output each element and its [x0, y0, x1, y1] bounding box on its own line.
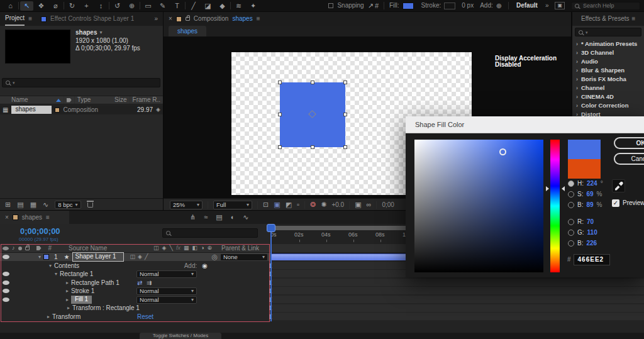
selection-handle[interactable]	[311, 145, 314, 149]
b-value[interactable]: 89	[586, 202, 593, 208]
effects-category[interactable]: ›Channel	[572, 84, 644, 92]
selection-handle[interactable]	[278, 81, 282, 84]
dolly-camera-tool-icon[interactable]: ↕	[94, 1, 108, 11]
region-of-interest-icon[interactable]: ◩	[286, 201, 292, 208]
search-options-icon[interactable]	[13, 81, 15, 85]
timeline-search-box[interactable]	[162, 228, 258, 238]
effects-category[interactable]: ›Boris FX Mocha	[572, 75, 644, 84]
type-tool-icon[interactable]: T	[170, 1, 184, 11]
hex-input[interactable]: 466EE2	[574, 254, 610, 265]
cancel-button[interactable]: Cancel	[614, 153, 644, 165]
label-color-swatch[interactable]	[55, 108, 60, 113]
rotate-tool-icon[interactable]: ↺	[111, 1, 124, 11]
fill-color-swatch[interactable]	[402, 3, 414, 9]
selection-handle[interactable]	[343, 145, 347, 149]
label-column-icon[interactable]	[67, 98, 72, 103]
rectangle-tool-icon[interactable]: ▭	[142, 1, 155, 11]
puppet-pin-tool-icon[interactable]: ✦	[247, 1, 260, 11]
playhead[interactable]	[267, 224, 275, 232]
anchor-point[interactable]	[308, 110, 316, 118]
tab-effect-controls[interactable]: Effect Controls Shape Layer 1	[50, 16, 134, 22]
column-frame-rate[interactable]: Frame R..	[133, 97, 160, 103]
ok-button[interactable]: OK	[614, 137, 644, 149]
project-row-shapes[interactable]: ▦ shapes Composition 29.97 ◈	[0, 105, 163, 114]
interpret-footage-icon[interactable]: ⊞	[5, 201, 11, 208]
close-timeline-icon[interactable]: ×	[5, 214, 9, 221]
s-value[interactable]: 69	[586, 191, 593, 197]
s-radio[interactable]	[568, 191, 574, 197]
comp-info-collapse-icon[interactable]	[99, 30, 102, 35]
pan-behind-tool-icon[interactable]: ⊕	[125, 1, 138, 11]
orbit-camera-tool-icon[interactable]: ↻	[65, 1, 79, 11]
exposure-value[interactable]: +0.0	[331, 202, 344, 208]
g-value[interactable]: 110	[587, 230, 597, 236]
new-folder-icon[interactable]: ▤	[17, 201, 23, 208]
grid-guides-icon[interactable]: ⊡	[263, 201, 269, 208]
hue-marker-left-icon[interactable]	[546, 186, 549, 191]
help-search-input[interactable]	[582, 2, 636, 9]
show-snapshot-icon[interactable]: ∞	[367, 201, 372, 208]
composition-flowchart-icon[interactable]: ⋔	[190, 214, 196, 221]
effects-category[interactable]: ›CINEMA 4D	[572, 92, 644, 101]
eraser-tool-icon[interactable]: ◆	[216, 1, 229, 11]
project-tabs-overflow-icon[interactable]	[154, 16, 158, 22]
viewer-timecode[interactable]: 0;00	[382, 202, 394, 208]
timeline-panel-menu-icon[interactable]	[46, 214, 50, 221]
magnification-selector[interactable]: 25%	[170, 201, 203, 209]
new-composition-icon[interactable]: ▦	[30, 201, 36, 208]
snap-angle-icon[interactable]: ↗	[368, 3, 374, 9]
preview-checkbox[interactable]: ✓	[612, 199, 619, 207]
color-field[interactable]	[414, 140, 543, 272]
current-timecode[interactable]: 0;00;00;00	[20, 227, 60, 235]
g-radio[interactable]	[568, 230, 574, 236]
dialog-title-bar[interactable]: Shape Fill Color	[406, 116, 644, 133]
eyedropper-button[interactable]	[612, 179, 625, 192]
toggle-switches-modes-button[interactable]: Toggle Switches / Modes	[140, 333, 221, 339]
shy-layers-icon[interactable]: ≈	[204, 214, 208, 221]
r-radio[interactable]	[568, 219, 574, 225]
transparency-grid-icon[interactable]: ▫	[297, 201, 299, 208]
effects-search-box[interactable]	[575, 28, 641, 36]
close-panel-icon[interactable]: ×	[169, 16, 172, 22]
hand-tool-icon[interactable]: ❖	[35, 1, 48, 11]
b-radio[interactable]	[568, 202, 574, 208]
h-radio[interactable]	[568, 181, 574, 187]
channel-color-icon[interactable]: ❂	[310, 201, 316, 208]
selection-handle[interactable]	[343, 113, 347, 116]
effects-category[interactable]: ›* Animation Presets	[572, 40, 644, 48]
stroke-color-swatch[interactable]	[444, 3, 455, 9]
resolution-selector[interactable]: Full	[213, 201, 252, 209]
effects-panel-title[interactable]: Effects & Presets	[581, 16, 630, 22]
r-value[interactable]: 70	[587, 219, 594, 225]
project-panel-menu-icon[interactable]	[28, 16, 32, 22]
selection-handle[interactable]	[311, 81, 314, 84]
snap-grid-icon[interactable]: #	[375, 3, 379, 9]
stroke-width-value[interactable]: 0 px	[462, 3, 474, 9]
b2-value[interactable]: 226	[586, 240, 597, 247]
column-size[interactable]: Size	[114, 97, 126, 103]
effects-panel-menu-icon[interactable]	[632, 16, 636, 22]
zoom-tool-icon[interactable]: ⌀	[49, 1, 62, 11]
b2-radio[interactable]	[568, 240, 574, 247]
column-name[interactable]: Name	[11, 97, 28, 103]
tab-project[interactable]: Project	[5, 13, 25, 26]
project-item-name[interactable]: shapes	[11, 106, 52, 114]
sort-ascending-icon[interactable]	[56, 99, 61, 102]
clone-stamp-tool-icon[interactable]: ◪	[201, 1, 214, 11]
project-comp-name[interactable]: shapes	[75, 30, 97, 36]
pen-tool-icon[interactable]: ✎	[156, 1, 169, 11]
effects-category[interactable]: ›3D Channel	[572, 48, 644, 57]
workspace-overflow-icon[interactable]	[545, 3, 549, 9]
add-shape-icon[interactable]: ⊕	[496, 3, 502, 9]
column-type[interactable]: Type	[77, 97, 91, 103]
project-settings-icon[interactable]: ∿	[43, 201, 48, 208]
timeline-tab[interactable]: × shapes	[0, 211, 69, 224]
graph-editor-icon[interactable]: ∿	[243, 214, 248, 221]
delete-item-icon[interactable]	[87, 203, 93, 208]
lock-icon[interactable]	[186, 17, 190, 21]
workspace-selector[interactable]: Default	[516, 3, 538, 9]
h-value[interactable]: 224	[587, 181, 597, 187]
selection-handle[interactable]	[343, 81, 347, 84]
selection-handle[interactable]	[278, 145, 282, 149]
mask-visibility-icon[interactable]: ▣	[274, 201, 280, 208]
